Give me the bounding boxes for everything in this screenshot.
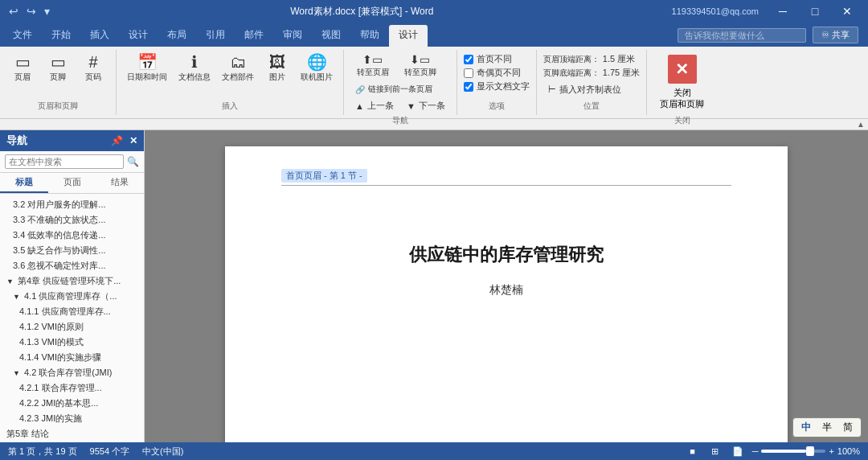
nav-item[interactable]: 第5章 结论 bbox=[0, 426, 144, 442]
header-icon: ▭ bbox=[15, 54, 31, 70]
nav-tab-pages[interactable]: 页面 bbox=[48, 173, 96, 193]
nav-item[interactable]: 4.2.3 JMI的实施 bbox=[0, 411, 144, 426]
minimize-button[interactable]: ─ bbox=[768, 0, 797, 23]
close-button[interactable]: ✕ bbox=[833, 0, 862, 23]
undo-icon[interactable]: ↩ bbox=[6, 5, 21, 18]
nav-item[interactable]: ▼ 4.1 供应商管理库存（... bbox=[0, 289, 144, 304]
navigation-panel: 导航 📌 ✕ 🔍 标题 页面 结果 3.2 对用户服务的理解... 3.3 不准… bbox=[0, 130, 145, 442]
nav-main-buttons: ⬆▭ 转至页眉 ⬇▭ 转至页脚 bbox=[350, 51, 442, 80]
docinfo-button[interactable]: ℹ 文档信息 bbox=[174, 51, 215, 85]
collapse-ribbon-button[interactable]: ▲ bbox=[857, 120, 865, 129]
docparts-icon: 🗂 bbox=[230, 54, 246, 70]
tab-file[interactable]: 文件 bbox=[3, 25, 42, 47]
show-text-checkbox[interactable] bbox=[464, 82, 473, 92]
group-options-label: 选项 bbox=[489, 101, 505, 112]
tab-help[interactable]: 帮助 bbox=[350, 25, 389, 47]
option-odd-even[interactable]: 奇偶页不同 bbox=[464, 67, 530, 79]
footer-button[interactable]: ▭ 页脚 bbox=[42, 51, 74, 85]
nav-item[interactable]: ▼ 4.2 联合库存管理(JMI) bbox=[0, 365, 144, 380]
tab-view[interactable]: 视图 bbox=[312, 25, 350, 47]
picture-button[interactable]: 🖼 图片 bbox=[261, 51, 293, 85]
tab-hf-design[interactable]: 设计 bbox=[389, 25, 428, 47]
insert-tab-stop-button[interactable]: ⊢ 插入对齐制表位 bbox=[543, 82, 640, 97]
nav-item[interactable]: 4.1.4 VMI的实施步骤 bbox=[0, 350, 144, 365]
nav-item[interactable]: 4.2.1 联合库存管理... bbox=[0, 380, 144, 396]
nav-arrows: ▲上一条 ▼下一条 bbox=[350, 98, 450, 113]
options-checkboxes: 首页不同 奇偶页不同 显示文档文字 bbox=[464, 51, 530, 94]
goto-header-button[interactable]: ⬆▭ 转至页眉 bbox=[350, 51, 395, 80]
nav-item[interactable]: 3.2 对用户服务的理解... bbox=[0, 197, 144, 212]
odd-even-checkbox[interactable] bbox=[464, 68, 473, 78]
nav-item[interactable]: ▼ 第4章 供应链管理环境下... bbox=[0, 273, 144, 289]
tab-insert[interactable]: 插入 bbox=[80, 25, 119, 47]
nav-item[interactable]: 4.1.3 VMI的模式 bbox=[0, 335, 144, 350]
nav-item[interactable]: 3.5 缺乏合作与协调性... bbox=[0, 243, 144, 258]
tab-stop-icon: ⊢ bbox=[548, 84, 556, 95]
header-button[interactable]: ▭ 页眉 bbox=[6, 51, 39, 85]
nav-item[interactable]: 4.1.1 供应商管理库存... bbox=[0, 304, 144, 319]
tab-review[interactable]: 审阅 bbox=[273, 25, 312, 47]
zoom-slider[interactable] bbox=[761, 450, 825, 453]
nav-pin-icon[interactable]: 📌 bbox=[111, 135, 123, 146]
zoom-thumb[interactable] bbox=[806, 446, 814, 456]
ime-bar: 中 半 简 bbox=[792, 417, 862, 437]
document-area: 首页页眉 - 第 1 节 - 供应链中的库存管理研究 林楚楠 bbox=[145, 130, 868, 442]
tab-references[interactable]: 引用 bbox=[196, 25, 235, 47]
docparts-button[interactable]: 🗂 文档部件 bbox=[218, 51, 258, 85]
redo-icon[interactable]: ↪ bbox=[24, 5, 39, 18]
read-mode-btn[interactable]: 📄 bbox=[730, 445, 746, 458]
header-line bbox=[281, 185, 731, 186]
first-page-checkbox[interactable] bbox=[464, 55, 473, 64]
nav-item[interactable]: 3.6 忽视不确定性对库... bbox=[0, 258, 144, 273]
zoom-out-btn[interactable]: ─ bbox=[752, 446, 759, 456]
page-number-icon: # bbox=[88, 54, 97, 70]
nav-search-input[interactable] bbox=[5, 154, 124, 169]
tab-design[interactable]: 设计 bbox=[119, 25, 158, 47]
header-footer-buttons: ▭ 页眉 ▭ 页脚 # 页码 bbox=[6, 51, 109, 99]
document-author: 林楚楠 bbox=[281, 283, 731, 298]
option-first-page[interactable]: 首页不同 bbox=[464, 53, 530, 65]
restore-button[interactable]: □ bbox=[800, 0, 829, 23]
online-picture-button[interactable]: 🌐 联机图片 bbox=[297, 51, 337, 85]
nav-close-icon[interactable]: ✕ bbox=[129, 135, 137, 146]
next-button[interactable]: ▼下一条 bbox=[402, 98, 450, 113]
tab-layout[interactable]: 布局 bbox=[158, 25, 196, 47]
web-layout-btn[interactable]: ⊞ bbox=[707, 445, 723, 458]
tab-mail[interactable]: 邮件 bbox=[235, 25, 273, 47]
main-area: 导航 📌 ✕ 🔍 标题 页面 结果 3.2 对用户服务的理解... 3.3 不准… bbox=[0, 130, 868, 442]
close-hf-button[interactable]: ✕ 关闭页眉和页脚 bbox=[653, 51, 710, 113]
nav-item[interactable]: 4.1.2 VMI的原则 bbox=[0, 319, 144, 335]
datetime-button[interactable]: 📅 日期和时间 bbox=[123, 51, 171, 85]
close-x-icon: ✕ bbox=[668, 55, 697, 84]
prev-button[interactable]: ▲上一条 bbox=[350, 98, 399, 113]
nav-item[interactable]: 4.2.2 JMI的基本思... bbox=[0, 396, 144, 411]
nav-tab-results[interactable]: 结果 bbox=[96, 173, 144, 193]
tab-home[interactable]: 开始 bbox=[42, 25, 80, 47]
ime-chinese-button[interactable]: 中 bbox=[798, 420, 814, 435]
group-options: 首页不同 奇偶页不同 显示文档文字 选项 bbox=[457, 50, 537, 115]
option-show-text[interactable]: 显示文档文字 bbox=[464, 80, 530, 92]
nav-tab-headings[interactable]: 标题 bbox=[0, 173, 48, 193]
group-close-label: 关闭 bbox=[674, 115, 690, 126]
picture-icon: 🖼 bbox=[269, 54, 285, 70]
share-button[interactable]: ♾ 共享 bbox=[813, 27, 858, 43]
ime-simplified-button[interactable]: 简 bbox=[840, 420, 856, 435]
zoom-fill bbox=[761, 450, 806, 453]
print-layout-btn[interactable]: ■ bbox=[685, 445, 701, 458]
online-picture-icon: 🌐 bbox=[307, 54, 327, 70]
position-fields: 页眉顶端距离： 1.5 厘米 页脚底端距离： 1.75 厘米 ⊢ 插入对齐制表位 bbox=[543, 51, 640, 99]
title-bar: ↩ ↪ ▾ Word素材.docx [兼容模式] - Word 11933945… bbox=[0, 0, 868, 23]
goto-footer-button[interactable]: ⬇▭ 转至页脚 bbox=[398, 51, 442, 80]
page-number-button[interactable]: # 页码 bbox=[77, 51, 109, 85]
nav-item[interactable]: 3.3 不准确的文旅状态... bbox=[0, 212, 144, 228]
search-input[interactable] bbox=[678, 28, 806, 43]
group-navigation: ⬆▭ 转至页眉 ⬇▭ 转至页脚 🔗 链接到前一条页眉 ▲上一条 ▼下一条 bbox=[344, 50, 457, 115]
page-info: 第 1 页，共 19 页 bbox=[8, 446, 77, 458]
zoom-in-btn[interactable]: + bbox=[829, 446, 833, 456]
goto-footer-icon: ⬇▭ bbox=[410, 54, 430, 65]
nav-item[interactable]: 3.4 低效率的信息传递... bbox=[0, 228, 144, 243]
header-section-label: 首页页眉 - 第 1 节 - bbox=[281, 169, 367, 183]
ime-half-button[interactable]: 半 bbox=[819, 420, 835, 435]
customize-icon[interactable]: ▾ bbox=[42, 5, 52, 18]
link-prev-button[interactable]: 🔗 链接到前一条页眉 bbox=[350, 82, 437, 97]
